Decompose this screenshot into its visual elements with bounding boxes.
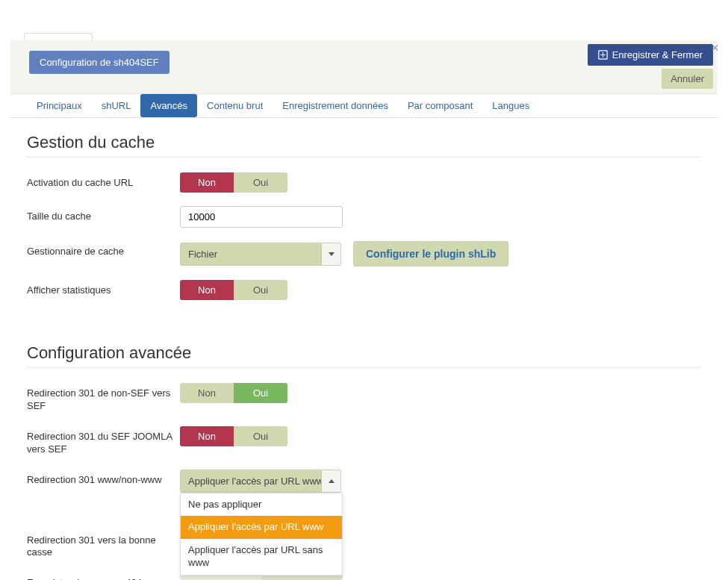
label-activation-cache: Activation du cache URL [27,172,180,190]
config-title-button[interactable]: Configuration de sh404SEF [29,51,169,74]
toggle-non[interactable]: Non [180,426,234,446]
toggle-oui[interactable]: Oui [234,280,287,300]
section-cache: Gestion du cache Activation du cache URL… [10,118,718,328]
toggle-redir-joomla[interactable]: Non Oui [180,426,287,446]
dropdown-option-selected[interactable]: Appliquer l'accès par URL www [181,516,342,539]
toggle-non[interactable]: Non [180,172,234,193]
section-advanced-title: Configuration avancée [27,343,701,363]
divider [27,157,701,158]
label-taille-cache: Taille du cache [27,206,180,223]
cancel-button[interactable]: Annuler [662,69,713,89]
toolbar: Configuration de sh404SEF Enregistrer & … [10,40,718,94]
save-close-button[interactable]: Enregistrer & Fermer [588,44,713,66]
label-errors-404: Enregistrer les erreurs 404 [27,573,180,580]
tab-contenu-brut[interactable]: Contenu brut [197,94,273,117]
tab-avances[interactable]: Avancés [140,94,197,117]
tab-par-composant[interactable]: Par composant [398,94,482,117]
label-redir-www: Redirection 301 www/non-www [27,470,180,487]
label-gestionnaire-cache: Gestionnaire de cache [27,241,180,258]
toggle-afficher-stats[interactable]: Non Oui [180,280,287,300]
dropdown-option[interactable]: Ne pas appliquer [181,493,342,517]
edit-save-icon [598,50,608,60]
tab-shurl[interactable]: shURL [92,94,141,117]
input-taille-cache[interactable] [180,206,343,228]
select-gestionnaire[interactable]: Fichier [180,243,341,266]
dropdown-option[interactable]: Appliquer l'accès par URL sans www [181,539,342,575]
caret-down-icon[interactable] [322,243,341,266]
label-redir-casse: Redirection 301 vers la bonne casse [27,530,180,560]
tab-enregistrement[interactable]: Enregistrement données [273,94,398,117]
configure-plugin-button[interactable]: Configurer le plugin shLib [353,241,508,266]
toggle-non[interactable]: Non [180,383,234,403]
tabs-nav: Principaux shURL Avancés Contenu brut En… [10,94,718,118]
toggle-oui[interactable]: Oui [234,426,287,446]
label-redir-joomla: Redirection 301 du SEF JOOMLA vers SEF [27,426,180,456]
select-gestionnaire-value: Fichier [180,243,322,266]
toggle-oui[interactable]: Oui [234,383,287,403]
toggle-oui[interactable]: Oui [234,172,287,193]
divider [27,367,701,368]
tab-principaux[interactable]: Principaux [27,94,92,117]
select-redir-www[interactable]: Appliquer l'accès par URL www [180,470,341,493]
tab-langues[interactable]: Langues [482,94,539,117]
section-cache-title: Gestion du cache [27,133,701,152]
toggle-non[interactable]: Non [180,280,234,300]
close-icon[interactable]: × [711,40,719,56]
label-afficher-stats: Afficher statistiques [27,280,180,297]
save-label: Enregistrer & Fermer [612,49,703,60]
label-redir-nonsef: Redirection 301 de non-SEF vers SEF [27,383,180,413]
caret-up-icon[interactable] [322,470,341,493]
section-advanced: Configuration avancée Redirection 301 de… [10,328,718,580]
toggle-redir-nonsef[interactable]: Non Oui [180,383,287,403]
toggle-activation-cache[interactable]: Non Oui [180,172,287,193]
dropdown-redir-www: Ne pas appliquer Appliquer l'accès par U… [180,493,343,576]
select-redir-www-value: Appliquer l'accès par URL www [180,470,322,493]
